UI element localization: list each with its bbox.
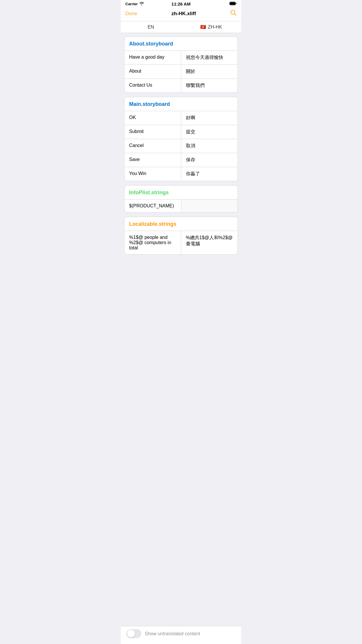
wifi-icon bbox=[139, 2, 144, 6]
cell-en: $(PRODUCT_NAME) bbox=[124, 200, 181, 212]
cell-en: You Win bbox=[124, 167, 181, 181]
status-time: 11:26 AM bbox=[171, 1, 190, 6]
nav-bar: Done zh-HK.xliff bbox=[121, 7, 241, 21]
section-localizable-strings: Localizable.strings%1$@ people and %2$@ … bbox=[124, 217, 238, 255]
section-header-infoplist-strings: InfoPlist.strings bbox=[124, 186, 238, 200]
scroll-content: About.storyboardHave a good day祝您今天過得愉快A… bbox=[121, 33, 241, 272]
cell-en: %1$@ people and %2$@ computers in total bbox=[124, 231, 181, 254]
table-row[interactable]: $(PRODUCT_NAME) bbox=[124, 200, 238, 212]
done-button[interactable]: Done bbox=[125, 11, 137, 17]
table-row[interactable]: About關於 bbox=[124, 65, 238, 79]
section-title-localizable-strings: Localizable.strings bbox=[129, 221, 176, 227]
cell-en: About bbox=[124, 65, 181, 78]
nav-title: zh-HK.xliff bbox=[171, 11, 196, 17]
battery-icon bbox=[229, 2, 237, 6]
section-about-storyboard: About.storyboardHave a good day祝您今天過得愉快A… bbox=[124, 36, 238, 93]
cell-zh: 取消 bbox=[181, 139, 238, 153]
table-row[interactable]: You Win你贏了 bbox=[124, 167, 238, 181]
cell-zh: %總共1$@人和%2$@臺電腦 bbox=[181, 231, 238, 254]
table-row[interactable]: %1$@ people and %2$@ computers in total%… bbox=[124, 231, 238, 254]
table-row[interactable]: Submit提交 bbox=[124, 125, 238, 139]
cell-en: Have a good day bbox=[124, 51, 181, 64]
section-title-about-storyboard: About.storyboard bbox=[129, 41, 173, 47]
table-row[interactable]: Have a good day祝您今天過得愉快 bbox=[124, 51, 238, 65]
cell-zh: 好啊 bbox=[181, 111, 238, 125]
status-bar: Carrier 11:26 AM bbox=[121, 0, 241, 7]
cell-en: OK bbox=[124, 111, 181, 125]
status-right bbox=[229, 2, 237, 6]
cell-zh: 關於 bbox=[181, 65, 238, 78]
table-row[interactable]: Contact Us聯繫我們 bbox=[124, 79, 238, 92]
table-row[interactable]: Save保存 bbox=[124, 153, 238, 167]
table-row[interactable]: Cancel取消 bbox=[124, 139, 238, 153]
cell-en: Contact Us bbox=[124, 79, 181, 92]
section-main-storyboard: Main.storyboardOK好啊Submit提交Cancel取消Save保… bbox=[124, 97, 238, 181]
cell-zh: 祝您今天過得愉快 bbox=[181, 51, 238, 64]
section-header-main-storyboard: Main.storyboard bbox=[124, 97, 238, 111]
cell-zh: 你贏了 bbox=[181, 167, 238, 181]
status-left: Carrier bbox=[125, 2, 144, 6]
section-title-infoplist-strings: InfoPlist.strings bbox=[129, 190, 169, 195]
section-infoplist-strings: InfoPlist.strings$(PRODUCT_NAME) bbox=[124, 185, 238, 213]
cell-zh: 提交 bbox=[181, 125, 238, 139]
section-header-localizable-strings: Localizable.strings bbox=[124, 217, 238, 231]
cell-en: Save bbox=[124, 153, 181, 167]
cell-en: Submit bbox=[124, 125, 181, 139]
section-title-main-storyboard: Main.storyboard bbox=[129, 101, 170, 107]
carrier-text: Carrier bbox=[125, 2, 138, 6]
language-header: EN 🇭🇰 ZH-HK bbox=[121, 21, 241, 33]
cell-en: Cancel bbox=[124, 139, 181, 153]
svg-rect-1 bbox=[230, 2, 236, 5]
cell-zh bbox=[181, 200, 238, 212]
lang-en-label: EN bbox=[121, 24, 181, 30]
lang-zh-label: 🇭🇰 ZH-HK bbox=[181, 24, 241, 30]
flag-icon: 🇭🇰 bbox=[200, 24, 206, 30]
section-header-about-storyboard: About.storyboard bbox=[124, 37, 238, 51]
cell-zh: 保存 bbox=[181, 153, 238, 167]
svg-line-3 bbox=[234, 14, 236, 15]
cell-zh: 聯繫我們 bbox=[181, 79, 238, 92]
search-button[interactable] bbox=[230, 10, 237, 18]
table-row[interactable]: OK好啊 bbox=[124, 111, 238, 125]
